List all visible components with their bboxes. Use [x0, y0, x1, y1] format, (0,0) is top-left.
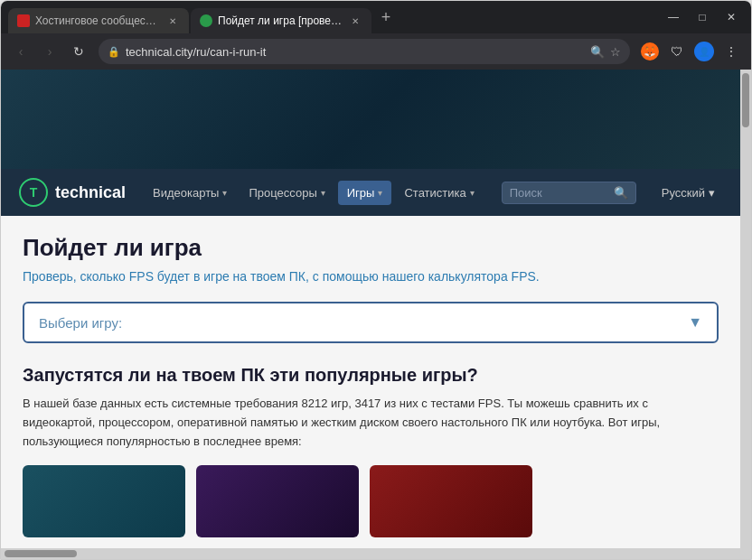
tab-1-label: Хостинговое сообщество «Ti... [35, 14, 160, 27]
nav-item-processors-label: Процессоры [249, 186, 316, 200]
language-chevron: ▾ [709, 186, 715, 200]
content-area: T technical Видеокарты ▾ Процессоры ▾ Иг… [1, 70, 751, 548]
site-header: T technical Видеокарты ▾ Процессоры ▾ Иг… [1, 169, 740, 216]
h-scrollbar-thumb[interactable] [5, 550, 77, 557]
maximize-button[interactable]: □ [690, 5, 715, 30]
window-controls: — □ ✕ [661, 1, 751, 33]
new-tab-button[interactable]: + [373, 5, 399, 30]
nav-item-games-chevron: ▾ [378, 188, 382, 198]
tab-1-favicon [17, 14, 30, 27]
search-input[interactable] [510, 186, 608, 200]
search-submit-icon[interactable]: 🔍 [614, 186, 628, 200]
address-bar-actions: 🔍 ☆ [590, 45, 621, 59]
vertical-scrollbar[interactable] [740, 70, 751, 548]
tab-2-favicon [200, 14, 212, 27]
page-content: T technical Видеокарты ▾ Процессоры ▾ Иг… [1, 70, 740, 548]
address-bar[interactable]: 🔒 technical.city/ru/can-i-run-it 🔍 ☆ [99, 39, 630, 64]
tab-2-close[interactable]: ✕ [348, 14, 362, 28]
tab-2[interactable]: Пойдет ли игра [проверь онл... ✕ [191, 8, 371, 33]
nav-item-videocards-chevron: ▾ [222, 188, 227, 198]
tab-strip: Хостинговое сообщество «Ti... ✕ Пойдет л… [1, 1, 661, 33]
nav-item-videocards-label: Видеокарты [153, 186, 219, 200]
nav-item-games[interactable]: Игры ▾ [338, 181, 392, 205]
nav-item-games-label: Игры [347, 186, 375, 200]
game-card-1[interactable] [23, 465, 185, 537]
address-search-icon[interactable]: 🔍 [590, 45, 605, 59]
minimize-button[interactable]: — [661, 5, 686, 30]
site-logo[interactable]: T technical [19, 178, 126, 207]
fox-icon: 🦊 [641, 42, 659, 61]
close-button[interactable]: ✕ [719, 5, 744, 30]
nav-item-statistics-chevron: ▾ [470, 188, 475, 198]
popular-games-title: Запустятся ли на твоем ПК эти популярные… [23, 365, 719, 386]
page-subtitle: Проверь, сколько FPS будет в игре на тво… [23, 269, 719, 284]
title-bar: Хостинговое сообщество «Ti... ✕ Пойдет л… [1, 1, 751, 33]
nav-item-statistics[interactable]: Статистика ▾ [395, 181, 483, 205]
scrollbar-thumb[interactable] [742, 73, 749, 127]
reload-button[interactable]: ↻ [66, 39, 91, 64]
site-navigation: Видеокарты ▾ Процессоры ▾ Игры ▾ Статист… [144, 181, 484, 205]
browser-menu-button[interactable]: ⋮ [719, 39, 744, 64]
game-select-arrow-icon: ▼ [688, 314, 702, 331]
page-body: Пойдет ли игра Проверь, сколько FPS буде… [1, 216, 740, 548]
browser-extras: 🦊 🛡 👤 ⋮ [637, 39, 744, 64]
logo-circle: T [19, 178, 48, 207]
tab-1-close[interactable]: ✕ [165, 14, 180, 28]
nav-item-processors-chevron: ▾ [321, 188, 325, 198]
browser-window: Хостинговое сообщество «Ti... ✕ Пойдет л… [0, 0, 752, 560]
shield-button[interactable]: 🛡 [664, 39, 690, 64]
language-selector[interactable]: Русский ▾ [654, 181, 722, 205]
profile-button[interactable]: 👤 [691, 39, 717, 64]
site-search-box[interactable]: 🔍 [502, 182, 636, 204]
nav-item-videocards[interactable]: Видеокарты ▾ [144, 181, 236, 205]
page-title: Пойдет ли игра [23, 234, 719, 262]
extensions-button[interactable]: 🦊 [637, 39, 663, 64]
game-select-placeholder: Выбери игру: [39, 315, 122, 331]
game-card-3[interactable] [370, 465, 532, 537]
nav-item-processors[interactable]: Процессоры ▾ [240, 181, 334, 205]
horizontal-scrollbar[interactable] [1, 548, 751, 559]
navigation-bar: ‹ › ↻ 🔒 technical.city/ru/can-i-run-it 🔍… [1, 33, 751, 70]
bookmark-icon[interactable]: ☆ [610, 45, 621, 59]
logo-brand: technical [55, 183, 126, 202]
nav-item-statistics-label: Статистика [404, 186, 465, 200]
hero-banner [1, 70, 740, 169]
popular-games-description: В нашей базе данных есть системные требо… [23, 395, 719, 451]
game-select-dropdown[interactable]: Выбери игру: ▼ [23, 302, 719, 343]
logo-letter: T [30, 185, 38, 200]
tab-2-label: Пойдет ли игра [проверь онл... [218, 14, 343, 27]
back-button[interactable]: ‹ [8, 39, 33, 64]
game-card-2[interactable] [196, 465, 359, 537]
language-label: Русский [662, 186, 705, 200]
tab-1[interactable]: Хостинговое сообщество «Ti... ✕ [8, 8, 189, 33]
lock-icon: 🔒 [108, 46, 120, 58]
games-preview-list [23, 465, 719, 537]
avatar: 👤 [694, 42, 714, 61]
url-display: technical.city/ru/can-i-run-it [126, 45, 585, 59]
forward-button[interactable]: › [37, 39, 62, 64]
